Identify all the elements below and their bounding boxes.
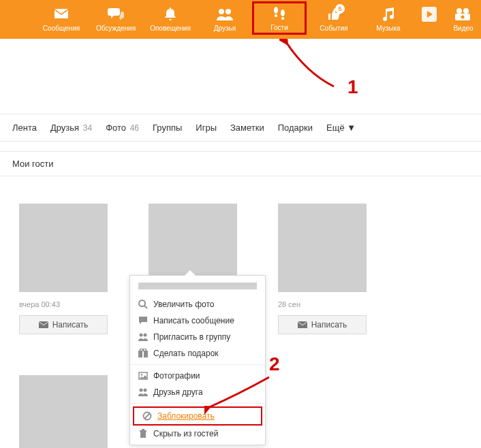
tab-count: 46: [130, 123, 139, 133]
annotation-highlight-2: Заблокировать: [133, 406, 262, 426]
section-title: Мои гости: [0, 151, 481, 176]
nav-label: Оповещения: [143, 25, 198, 32]
photo-icon: [138, 371, 148, 381]
tab-label: Фото: [106, 123, 126, 133]
menu-hide[interactable]: Скрыть из гостей: [130, 426, 265, 442]
nav-label: Видео: [443, 25, 481, 32]
svg-point-14: [144, 334, 147, 337]
gift-icon: [138, 349, 148, 358]
menu-message[interactable]: Написать сообщение: [130, 313, 265, 329]
svg-point-22: [140, 389, 143, 392]
sub-nav: Лента Друзья 34 Фото 46 Группы Игры Заме…: [0, 114, 481, 142]
nav-label: Гости: [257, 24, 302, 31]
nav-label: Обсуждения: [89, 25, 143, 32]
svg-point-10: [461, 16, 465, 19]
tab-games[interactable]: Игры: [196, 123, 217, 133]
button-label: Написать: [311, 320, 347, 330]
menu-gift[interactable]: Сделать подарок: [130, 345, 265, 362]
nav-guests[interactable]: Гости: [252, 5, 307, 35]
tab-gifts[interactable]: Подарки: [278, 123, 313, 133]
svg-point-18: [140, 349, 143, 351]
avatar[interactable]: [278, 204, 367, 292]
nav-friends[interactable]: Друзья: [198, 5, 252, 35]
nav-notifications[interactable]: Оповещения: [143, 5, 198, 35]
svg-point-19: [144, 349, 146, 351]
svg-rect-28: [142, 429, 144, 430]
write-button[interactable]: Написать: [278, 315, 367, 334]
tab-notes[interactable]: Заметки: [230, 123, 264, 133]
tab-groups[interactable]: Группы: [153, 123, 182, 133]
guest-card: 28 сен Написать: [19, 375, 108, 448]
guest-card: вчера 00:43 Написать: [19, 204, 108, 334]
badge-count: 5: [335, 4, 345, 14]
mail-icon: [298, 321, 307, 329]
write-button[interactable]: Написать: [19, 315, 108, 334]
menu-label: Скрыть из гостей: [153, 429, 218, 438]
menu-label: Написать сообщение: [153, 316, 234, 325]
guest-card: 28 сен Написать: [278, 204, 367, 334]
nav-label: События: [307, 25, 361, 32]
svg-point-4: [281, 10, 285, 16]
annotation-arrow-1: [279, 39, 341, 93]
nav-events[interactable]: 5 События: [307, 5, 361, 35]
play-icon: [416, 5, 443, 23]
avatar[interactable]: [19, 204, 108, 292]
thumbs-up-icon: [307, 5, 361, 23]
svg-point-13: [140, 334, 143, 337]
avatar[interactable]: [19, 375, 108, 448]
context-menu: Увеличить фото Написать сообщение Пригла…: [129, 275, 266, 445]
tab-photos[interactable]: Фото 46: [106, 123, 139, 133]
menu-photos[interactable]: Фотографии: [130, 368, 265, 384]
svg-rect-26: [140, 432, 146, 438]
mail-icon: [34, 5, 89, 23]
svg-point-0: [219, 9, 224, 14]
nav-music[interactable]: Музыка: [361, 5, 416, 35]
svg-point-23: [144, 389, 147, 392]
group-icon: [138, 332, 148, 342]
svg-line-25: [144, 413, 150, 419]
menu-name-placeholder: [138, 283, 257, 289]
menu-invite[interactable]: Пригласить в группу: [130, 329, 265, 345]
menu-label: Пригласить в группу: [153, 332, 230, 342]
tab-label: Друзья: [50, 123, 79, 133]
tab-count: 34: [83, 123, 92, 133]
nav-messages[interactable]: Сообщения: [34, 5, 89, 35]
svg-point-5: [281, 17, 284, 20]
tab-more[interactable]: Ещё ▼: [326, 123, 356, 133]
menu-label: Увеличить фото: [153, 300, 215, 309]
svg-point-21: [141, 374, 143, 376]
nav-discussions[interactable]: Обсуждения: [89, 5, 143, 35]
guest-timestamp: вчера 00:43: [19, 300, 108, 308]
video-icon: [443, 5, 481, 23]
people-icon: [138, 387, 148, 397]
nav-label: Сообщения: [34, 25, 89, 32]
tab-feed[interactable]: Лента: [12, 123, 37, 133]
chat-bubble-icon: [138, 316, 148, 325]
menu-label: Фотографии: [153, 371, 200, 381]
nav-label: Друзья: [198, 25, 252, 32]
music-icon: [361, 5, 416, 23]
menu-mutual[interactable]: Друзья друга: [130, 384, 265, 400]
nav-video[interactable]: Видео: [443, 5, 481, 35]
magnifier-icon: [138, 300, 148, 309]
mail-icon: [39, 321, 48, 329]
nav-play[interactable]: [416, 5, 443, 35]
svg-point-8: [463, 8, 469, 14]
guests-grid: вчера 00:43 Написать 28 сен Написать 28 …: [0, 176, 481, 448]
menu-block[interactable]: Заблокировать: [134, 408, 261, 424]
annotation-layer: 1: [0, 39, 481, 114]
top-nav: Сообщения Обсуждения Оповещения Друзья Г…: [0, 0, 481, 39]
menu-label: Сделать подарок: [153, 349, 219, 358]
footprints-icon: [257, 5, 302, 22]
svg-line-12: [144, 306, 147, 308]
svg-point-7: [456, 8, 462, 14]
block-icon: [142, 411, 152, 421]
svg-point-1: [226, 9, 231, 14]
svg-point-3: [275, 14, 277, 17]
people-icon: [198, 5, 252, 23]
menu-label: Заблокировать: [157, 411, 215, 421]
menu-enlarge[interactable]: Увеличить фото: [130, 296, 265, 313]
menu-label: Друзья друга: [153, 387, 203, 397]
svg-point-2: [274, 7, 278, 14]
tab-friends[interactable]: Друзья 34: [50, 123, 92, 133]
